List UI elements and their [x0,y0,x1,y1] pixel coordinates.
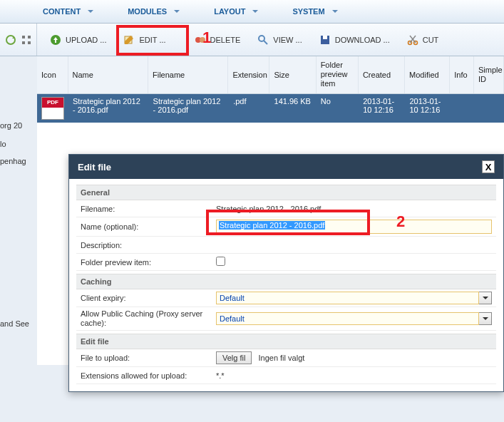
section-editfile: Edit file [76,334,496,349]
field-fileupload: File to upload: Velg fil Ingen fil valgt [76,349,496,367]
close-icon[interactable]: X [482,160,495,173]
label-clientexpiry: Client expiry: [81,294,216,302]
menu-label: MODULES [128,7,167,16]
header-icon[interactable]: Icon [37,56,68,93]
sidebar-fragment: org 20 [0,121,30,130]
cell-icon: PDF [37,94,68,123]
dialog-body: General Filename: Strategic plan 2012 - … [69,179,503,391]
svg-rect-3 [22,41,25,44]
dropdown-button[interactable] [479,312,492,325]
label-filename: Filename: [81,205,216,213]
dropdown-button[interactable] [479,292,492,304]
button-label: DOWNLOAD ... [335,36,390,44]
choose-file-button[interactable]: Velg fil [216,351,252,364]
cut-button[interactable]: CUT [407,34,439,46]
header-filename[interactable]: Filename [148,56,228,93]
view-button[interactable]: VIEW ... [257,34,302,46]
header-size[interactable]: Size [269,56,316,93]
svg-rect-2 [28,36,31,38]
menu-content[interactable]: CONTENT [37,4,99,19]
download-icon [319,34,331,46]
folderpreview-checkbox[interactable] [216,257,225,266]
field-folderpreview: Folder preview item: [76,254,496,271]
cell-folder: No [317,94,359,123]
value-extensions: *.* [216,371,492,380]
button-label: DELETE [210,36,241,44]
menu-layout[interactable]: LAYOUT [208,4,264,19]
header-modified[interactable]: Modified [405,56,450,93]
refresh-icon[interactable] [5,34,16,46]
table-row[interactable]: PDF Strategic plan 2012 - 2016.pdf Strat… [37,94,504,123]
clientexpiry-select[interactable] [216,292,479,304]
pdf-file-icon: PDF [41,97,64,120]
cell-info [451,94,475,123]
button-label: UPLOAD ... [66,36,106,44]
menu-system[interactable]: SYSTEM [287,4,343,19]
svg-line-10 [264,41,267,44]
edit-button[interactable]: EDIT ... [123,34,165,46]
label-name: Name (optional): [81,222,216,231]
menu-modules[interactable]: MODULES [122,4,185,19]
field-allowpublic: Allow Public Caching (Proxy server cache… [76,307,496,331]
sidebar-fragment: penhag [0,157,30,165]
header-name[interactable]: Name [68,56,148,93]
chevron-down-icon [483,317,488,320]
grid-icon[interactable] [21,34,32,46]
svg-rect-1 [22,36,25,38]
sidebar-fragment: lo [0,140,30,148]
main-menubar: CONTENT MODULES LAYOUT SYSTEM [0,0,504,24]
delete-button[interactable]: DELETE [195,34,241,46]
header-id[interactable]: Simple ID [474,56,504,93]
delete-icon [195,34,206,46]
edit-file-dialog: Edit file X General Filename: Strategic … [68,154,504,392]
svg-point-0 [6,36,15,44]
no-file-text: Ingen fil valgt [258,354,304,362]
cell-size: 141.96 KB [270,94,317,123]
label-fileupload: File to upload: [81,354,216,362]
cell-id [474,94,504,123]
cell-modified: 2013-01-10 12:16 [405,94,450,123]
allowpublic-select[interactable] [216,312,479,325]
value-filename: Strategic plan 2012 - 2016.pdf [216,205,492,213]
chevron-down-icon [88,10,93,13]
upload-icon [50,34,61,46]
grid-header-row: Icon Name Filename Extension Size Folder… [37,56,504,94]
chevron-down-icon [252,10,258,13]
menu-label: CONTENT [43,7,81,16]
cell-filename: Strategic plan 2012 - 2016.pdf [149,94,230,123]
section-caching: Caching [76,274,496,289]
menu-label: SYSTEM [292,7,324,16]
action-toolbar: UPLOAD ... EDIT ... DELETE VIEW ... DOWN… [0,24,504,56]
chevron-down-icon [483,297,488,299]
field-clientexpiry: Client expiry: [76,289,496,307]
header-extension[interactable]: Extension [228,56,269,93]
upload-button[interactable]: UPLOAD ... [50,34,106,46]
field-name: Name (optional): Strategic plan 2012 - 2… [76,217,496,237]
button-label: VIEW ... [273,36,302,44]
header-created[interactable]: Created [359,56,405,93]
button-label: CUT [423,36,439,44]
field-extensions: Extensions allowed for upload: *.* [76,367,496,384]
edit-icon [123,34,135,46]
name-input-selection: Strategic plan 2012 - 2016.pdf [219,221,325,230]
header-info[interactable]: Info [450,56,474,93]
cell-created: 2013-01-10 12:16 [359,94,405,123]
svg-rect-4 [28,41,31,44]
menu-label: LAYOUT [214,7,245,16]
icon-badge: PDF [42,98,63,108]
view-icon [257,34,269,46]
field-description: Description: [76,237,496,254]
field-filename: Filename: Strategic plan 2012 - 2016.pdf [76,200,496,217]
sidebar-fragment: and See [0,319,30,328]
svg-point-9 [259,36,264,41]
toolbar-left-icons [0,24,37,56]
cut-icon [407,34,418,46]
chevron-down-icon [174,10,180,13]
dialog-titlebar[interactable]: Edit file X [69,155,503,179]
cell-extension: .pdf [229,94,269,123]
label-allowpublic: Allow Public Caching (Proxy server cache… [81,309,216,328]
dialog-title-text: Edit file [78,162,111,173]
header-folder[interactable]: Folder preview item [317,56,359,93]
download-button[interactable]: DOWNLOAD ... [319,34,390,46]
svg-rect-12 [323,36,327,39]
